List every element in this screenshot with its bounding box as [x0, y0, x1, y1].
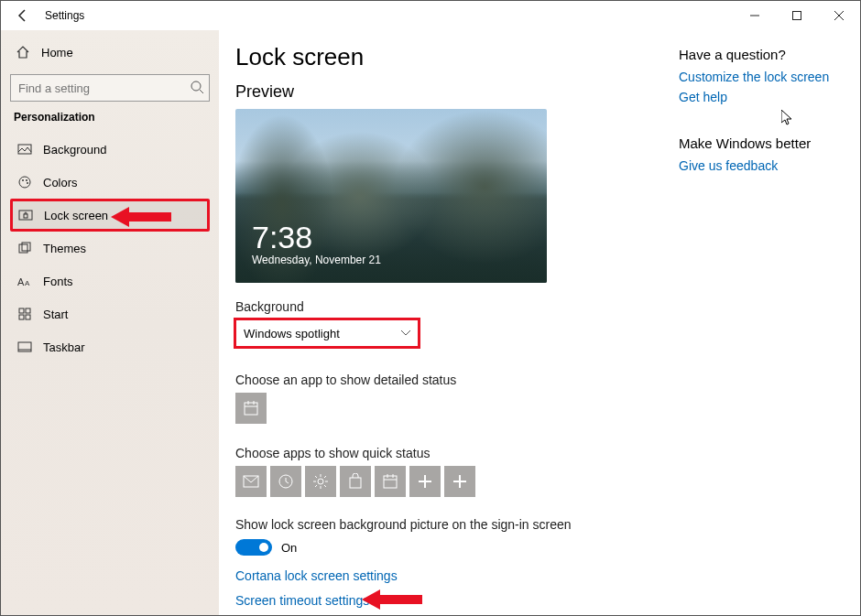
- quick-app-calendar[interactable]: [375, 466, 406, 497]
- help-pane: Have a question? Customize the lock scre…: [679, 43, 838, 615]
- svg-rect-12: [24, 214, 27, 218]
- nav-home-label: Home: [41, 46, 73, 59]
- minimize-button[interactable]: [734, 1, 776, 30]
- nav-item-label: Themes: [43, 242, 86, 255]
- nav-item-label: Background: [43, 143, 106, 157]
- preview-time: 7:38: [252, 220, 381, 255]
- plus-icon: [453, 475, 466, 488]
- svg-text:A: A: [25, 279, 30, 287]
- svg-point-29: [318, 479, 323, 484]
- svg-rect-20: [26, 315, 30, 319]
- link-get-help[interactable]: Get help: [679, 90, 838, 104]
- nav-themes[interactable]: Themes: [10, 232, 210, 265]
- calendar-icon: [243, 400, 259, 416]
- search-icon: [190, 80, 204, 98]
- nav-background[interactable]: Background: [10, 133, 210, 166]
- link-cortana-settings[interactable]: Cortana lock screen settings: [235, 568, 398, 583]
- content-pane: Lock screen Preview 7:38 Wednesday, Nove…: [235, 43, 660, 615]
- back-button[interactable]: [8, 1, 38, 30]
- mail-icon: [243, 475, 259, 488]
- svg-point-10: [27, 182, 28, 184]
- maximize-button[interactable]: [776, 1, 818, 30]
- preview-heading: Preview: [235, 82, 660, 102]
- svg-line-37: [324, 476, 326, 478]
- quick-status-label: Choose apps to show quick status: [235, 446, 660, 460]
- nav-item-label: Lock screen: [44, 209, 108, 222]
- window-title: Settings: [45, 9, 84, 22]
- search-input[interactable]: [10, 74, 210, 102]
- quick-app-add-2[interactable]: [444, 466, 475, 497]
- svg-rect-13: [19, 244, 27, 253]
- taskbar-icon: [17, 340, 32, 354]
- feedback-title: Make Windows better: [679, 135, 838, 151]
- svg-rect-18: [26, 308, 30, 313]
- quick-app-weather[interactable]: [305, 466, 336, 497]
- fonts-icon: AA: [17, 275, 32, 287]
- svg-line-35: [324, 485, 326, 487]
- svg-text:A: A: [17, 276, 25, 287]
- clock-icon: [278, 473, 294, 490]
- svg-rect-38: [350, 478, 361, 488]
- preview-date: Wednesday, November 21: [252, 254, 381, 266]
- nav-item-label: Start: [43, 308, 68, 321]
- picture-icon: [17, 142, 32, 157]
- detailed-status-label: Choose an app to show detailed status: [235, 373, 660, 387]
- quick-app-add-1[interactable]: [409, 466, 441, 497]
- start-icon: [17, 307, 32, 321]
- themes-icon: [17, 241, 32, 255]
- signin-picture-toggle[interactable]: [235, 539, 272, 556]
- detailed-status-app[interactable]: [235, 393, 267, 424]
- palette-icon: [17, 175, 32, 189]
- plus-icon: [419, 475, 431, 488]
- sidebar: Home Personalization Background Colors L…: [1, 30, 219, 615]
- svg-line-36: [315, 485, 317, 487]
- home-icon: [16, 45, 30, 59]
- page-title: Lock screen: [235, 43, 660, 71]
- quick-app-mail[interactable]: [235, 466, 267, 497]
- svg-line-5: [200, 90, 203, 93]
- link-screen-timeout[interactable]: Screen timeout settings: [235, 593, 369, 608]
- nav-colors[interactable]: Colors: [10, 166, 210, 199]
- svg-rect-23: [245, 403, 257, 415]
- svg-rect-19: [19, 315, 24, 319]
- nav-start[interactable]: Start: [10, 297, 210, 330]
- lock-screen-icon: [18, 208, 33, 222]
- svg-point-8: [22, 179, 24, 181]
- lock-screen-preview: 7:38 Wednesday, November 21: [235, 109, 547, 283]
- calendar-icon: [382, 473, 398, 490]
- chevron-down-icon: [401, 330, 410, 336]
- svg-rect-39: [384, 476, 397, 488]
- section-label: Personalization: [14, 111, 210, 124]
- link-customize-lock[interactable]: Customize the lock screen: [679, 70, 838, 84]
- signin-picture-label: Show lock screen background picture on t…: [235, 517, 660, 532]
- svg-point-7: [19, 177, 30, 188]
- background-label: Background: [235, 299, 660, 314]
- link-feedback[interactable]: Give us feedback: [679, 158, 838, 173]
- quick-app-clock[interactable]: [270, 466, 301, 497]
- svg-point-9: [26, 179, 27, 181]
- svg-line-34: [315, 476, 317, 478]
- nav-item-label: Colors: [43, 176, 78, 189]
- nav-item-label: Taskbar: [43, 340, 85, 354]
- bag-icon: [348, 473, 363, 490]
- nav-taskbar[interactable]: Taskbar: [10, 330, 210, 363]
- nav-fonts[interactable]: AA Fonts: [10, 265, 210, 297]
- nav-home[interactable]: Home: [10, 36, 210, 69]
- svg-rect-17: [19, 308, 24, 313]
- dropdown-value: Windows spotlight: [244, 327, 340, 340]
- close-button[interactable]: [818, 1, 860, 30]
- question-title: Have a question?: [679, 47, 838, 62]
- svg-rect-1: [793, 12, 801, 20]
- nav-item-label: Fonts: [43, 275, 73, 288]
- svg-rect-14: [22, 243, 30, 251]
- toggle-state: On: [281, 541, 297, 555]
- quick-app-store[interactable]: [340, 466, 371, 497]
- background-dropdown[interactable]: Windows spotlight: [235, 319, 419, 347]
- preview-clock: 7:38 Wednesday, November 21: [252, 220, 381, 266]
- svg-point-4: [191, 81, 201, 91]
- nav-lock-screen[interactable]: Lock screen: [10, 199, 210, 232]
- sun-icon: [312, 473, 329, 490]
